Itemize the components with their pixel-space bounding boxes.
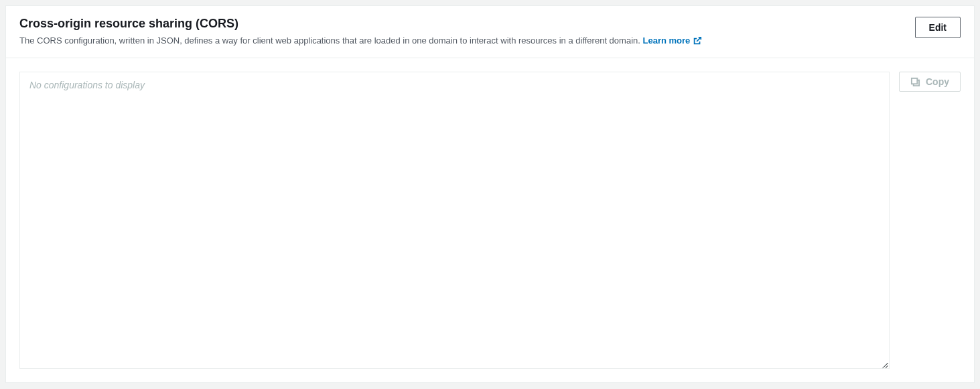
panel-body: No configurations to display Copy — [6, 58, 974, 382]
external-link-icon — [693, 36, 702, 46]
learn-more-label: Learn more — [642, 35, 690, 47]
copy-icon — [910, 77, 920, 87]
svg-rect-2 — [912, 78, 917, 84]
copy-button[interactable]: Copy — [899, 72, 961, 92]
edit-button[interactable]: Edit — [915, 17, 961, 38]
section-title: Cross-origin resource sharing (CORS) — [19, 17, 915, 31]
copy-label: Copy — [926, 76, 949, 87]
description-text: The CORS configuration, written in JSON,… — [19, 35, 642, 46]
panel-header: Cross-origin resource sharing (CORS) The… — [6, 6, 974, 58]
svg-line-1 — [885, 366, 888, 368]
cors-config-textarea[interactable]: No configurations to display — [19, 72, 890, 369]
placeholder-text: No configurations to display — [29, 80, 145, 90]
svg-line-0 — [882, 363, 888, 368]
learn-more-link[interactable]: Learn more — [642, 35, 702, 47]
header-text: Cross-origin resource sharing (CORS) The… — [19, 17, 915, 47]
resize-handle[interactable] — [880, 359, 888, 367]
section-description: The CORS configuration, written in JSON,… — [19, 35, 915, 47]
cors-panel: Cross-origin resource sharing (CORS) The… — [5, 5, 975, 383]
